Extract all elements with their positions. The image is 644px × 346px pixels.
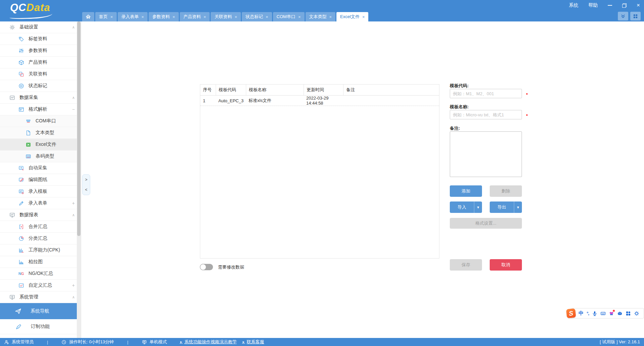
cpk-bars-icon <box>18 247 24 253</box>
import-label: 导入 <box>450 204 474 210</box>
sidebar-item-guanlian-ziliao[interactable]: 关联资料 <box>0 68 81 80</box>
tutorial-link[interactable]: ► 系统功能操作视频演示教学 <box>180 339 237 345</box>
close-icon[interactable]: × <box>362 14 365 19</box>
export-button[interactable]: 导出 ▼ <box>490 201 522 213</box>
note-textarea[interactable] <box>450 131 522 177</box>
toolbox-icon[interactable] <box>626 311 631 316</box>
sidebar-section-xitong-guanli[interactable]: 系统管理 ∧ <box>0 291 81 303</box>
sidebar-item-com-chuankou[interactable]: COM串口 <box>0 115 81 127</box>
sidebar-section-shuju-caiji[interactable]: 数据采集 ∧ <box>0 92 81 104</box>
add-button[interactable]: 添加 <box>450 185 482 197</box>
tab-canshu-ziliao[interactable]: 参数资料× <box>149 12 179 21</box>
sidebar-item-bianji-tuzhi[interactable]: 编辑图纸 <box>0 174 81 186</box>
table-row[interactable]: 1 Auto_EPC_3 标准xls文件 2022-03-29 14:44:58 <box>200 96 439 106</box>
sidebar-section-shuju-baobiao[interactable]: 数据报表 ∧ <box>0 209 81 221</box>
sidebar-item-zidong-caiji[interactable]: 自动采集 <box>0 162 81 174</box>
scrollbar-thumb[interactable] <box>77 21 80 236</box>
dropdown-arrow-icon[interactable]: ▼ <box>474 201 482 213</box>
table-header-note: 备注 <box>343 84 439 95</box>
expand-right-arrow[interactable]: > <box>85 178 87 182</box>
sidebar-item-tiaoma-leixing[interactable]: 条码类型 <box>0 151 81 162</box>
close-icon[interactable]: × <box>204 14 206 19</box>
item-label: 参数资料 <box>29 48 47 54</box>
tab-guanlian-ziliao[interactable]: 关联资料× <box>211 12 241 21</box>
mic-icon[interactable] <box>592 311 597 316</box>
sidebar-item-biaoqian-ziliao[interactable]: 标签资料 <box>0 33 81 45</box>
sidebar-item-gongxu-nengli-cpk[interactable]: 工序能力(CPK) <box>0 244 81 256</box>
chevron-up-icon[interactable]: ∧ <box>72 96 75 100</box>
tab-chanpin-ziliao[interactable]: 产品资料× <box>180 12 210 21</box>
tab-label: 关联资料 <box>214 14 232 20</box>
expand-plus-icon[interactable]: + <box>72 283 75 288</box>
template-table: 序号 模板代码 模板名称 更新时间 备注 1 Auto_EPC_3 标准xls文… <box>200 84 439 258</box>
cancel-button[interactable]: 取消 <box>490 259 522 271</box>
chevron-up-icon[interactable]: ∧ <box>72 295 75 299</box>
chevron-up-icon[interactable]: ∧ <box>72 25 75 30</box>
format-settings-button[interactable]: 格式设置... <box>450 218 522 229</box>
sidebar-item-zhuangtai-biaoji[interactable]: 状态标记 <box>0 80 81 92</box>
close-icon[interactable]: × <box>298 14 301 19</box>
sidebar-item-excel-wenjian[interactable]: Excel文件 <box>0 139 81 151</box>
separator: | <box>47 340 48 345</box>
collapse-left-arrow[interactable]: < <box>85 188 87 192</box>
punctuation-icon[interactable]: °, <box>587 311 589 316</box>
app-header: QCData 系统 帮助 × 首页× 录入表单× 参数资料× 产品资料× 关联资… <box>0 0 644 21</box>
sidebar-item-chanpin-ziliao[interactable]: 产品资料 <box>0 57 81 68</box>
close-icon[interactable]: × <box>110 14 113 19</box>
pareto-chart-icon <box>18 259 24 265</box>
sidebar-item-wenben-leixing[interactable]: 文本类型 <box>0 127 81 139</box>
delete-button[interactable]: 删除 <box>490 185 522 197</box>
tab-grid-button[interactable] <box>630 12 641 20</box>
skin-icon[interactable] <box>609 311 614 316</box>
sidebar-scrollbar[interactable] <box>77 21 81 338</box>
close-icon[interactable]: × <box>329 14 332 19</box>
menu-help[interactable]: 帮助 <box>588 2 598 8</box>
sidebar-item-zidingyi-huizong[interactable]: 自定义汇总 + <box>0 280 81 291</box>
template-code-input[interactable] <box>450 89 522 98</box>
chevron-up-icon[interactable]: ∧ <box>72 213 75 217</box>
tab-zhuangtai-biaoji[interactable]: 状态标记× <box>242 12 272 21</box>
sidebar-item-ng-ok-huizong[interactable]: NG NG/OK汇总 <box>0 268 81 280</box>
tab-excel-wenjian[interactable]: Excel文件× <box>336 12 368 21</box>
sidebar-item-geshi-jiexi[interactable]: 格式解析 − <box>0 104 81 115</box>
expand-plus-icon[interactable]: + <box>72 200 75 206</box>
tab-label: 参数资料 <box>152 14 170 20</box>
sidebar-item-xitong-daohang[interactable]: 系统导航 <box>0 303 81 319</box>
sidebar-item-hebing-huizong[interactable]: 合并汇总 <box>0 221 81 233</box>
tab-list-button[interactable] <box>618 12 628 20</box>
sidebar-section-jichu-shezhi[interactable]: 基础设置 ∧ <box>0 21 81 33</box>
home-icon <box>86 14 91 19</box>
sidebar-item-luru-biaodan[interactable]: 录入表单 + <box>0 197 81 209</box>
sidebar-item-bolatu[interactable]: 柏拉图 <box>0 256 81 268</box>
menu-system[interactable]: 系统 <box>569 2 578 8</box>
close-button[interactable]: × <box>637 3 640 8</box>
close-icon[interactable]: × <box>142 14 144 19</box>
sidebar-item-fenlei-huizong[interactable]: 分类汇总 <box>0 233 81 244</box>
tab-home[interactable] <box>82 12 94 21</box>
sidebar-item-dingzhi-gongneng[interactable]: 订制功能 <box>0 319 81 334</box>
close-icon[interactable]: × <box>172 14 175 19</box>
modify-data-toggle[interactable] <box>200 264 213 270</box>
close-icon[interactable]: × <box>234 14 237 19</box>
chinese-mode-icon[interactable]: 中 <box>579 311 584 316</box>
assistant-robot-icon[interactable] <box>617 311 623 316</box>
sogou-logo[interactable]: S <box>566 308 576 319</box>
save-button[interactable]: 保存 <box>450 259 482 271</box>
sidebar-item-luru-moban[interactable]: 录入模板 <box>0 186 81 197</box>
import-button[interactable]: 导入 ▼ <box>450 201 482 213</box>
sidebar-item-canshu-ziliao[interactable]: 参数资料 <box>0 45 81 57</box>
tab-luru-biaodan[interactable]: 录入表单× <box>118 12 148 21</box>
tab-wenben-leixing[interactable]: 文本类型× <box>306 12 336 21</box>
template-name-input[interactable] <box>450 110 522 119</box>
keyboard-icon[interactable] <box>600 311 606 316</box>
cube-icon <box>18 60 24 65</box>
minimize-button[interactable] <box>608 5 612 6</box>
tab-com-chuankou[interactable]: COM串口× <box>273 12 305 21</box>
dropdown-arrow-icon[interactable]: ▼ <box>514 201 522 213</box>
tab-shouye[interactable]: 首页× <box>95 12 117 21</box>
settings-wheel-icon[interactable] <box>634 311 639 316</box>
support-link[interactable]: ► 联系客服 <box>242 339 264 345</box>
restore-button[interactable] <box>622 3 627 8</box>
collapse-minus-icon[interactable]: − <box>72 107 75 112</box>
close-icon[interactable]: × <box>266 14 268 19</box>
